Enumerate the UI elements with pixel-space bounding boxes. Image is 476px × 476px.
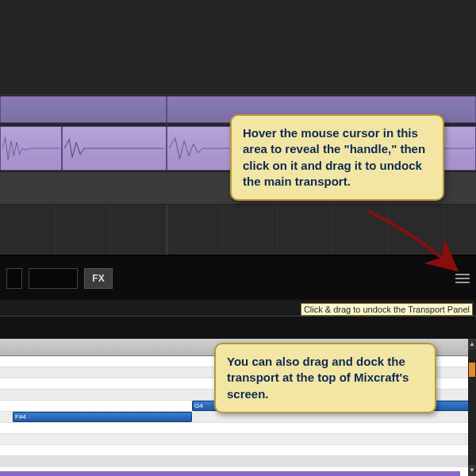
pr-row — [0, 445, 468, 456]
scroll-up-button[interactable]: ▲ — [468, 339, 476, 350]
help-callout-2: You can also drag and dock the transport… — [214, 343, 436, 413]
pr-row — [0, 434, 468, 445]
pr-row — [0, 423, 468, 434]
tracks-top-area — [0, 0, 476, 95]
audio-clip[interactable] — [62, 126, 167, 171]
waveform — [2, 133, 60, 163]
audio-clip[interactable] — [0, 126, 62, 171]
undock-tooltip: Click & drag to undock the Transport Pan… — [301, 303, 473, 316]
pr-row — [0, 456, 468, 467]
vertical-scrollbar[interactable]: ▲ ▼ — [468, 339, 476, 476]
transport-toolbar: FX — [0, 255, 476, 300]
midi-note[interactable]: F#4 — [13, 412, 192, 422]
lower-header — [0, 317, 476, 339]
velocity-lane — [0, 471, 460, 476]
toolbar-box[interactable] — [6, 268, 22, 289]
midi-clip[interactable] — [0, 96, 167, 123]
undock-handle-icon[interactable] — [455, 274, 470, 283]
fx-button[interactable]: FX — [84, 268, 113, 289]
waveform — [64, 133, 164, 163]
help-callout-1: Hover the mouse cursor in this area to r… — [230, 114, 444, 201]
toolbar-box[interactable] — [29, 268, 78, 289]
scroll-thumb[interactable] — [469, 363, 475, 377]
scroll-down-button[interactable]: ▼ — [468, 465, 476, 476]
